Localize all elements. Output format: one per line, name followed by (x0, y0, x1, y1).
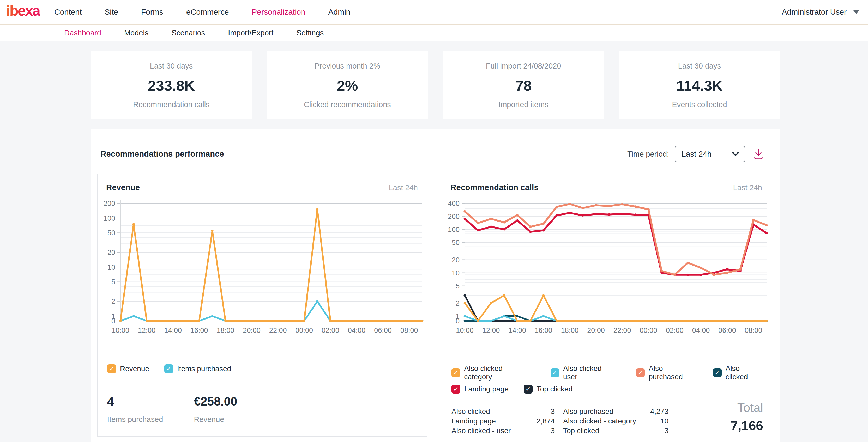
legend-label: Top clicked (536, 385, 573, 393)
chevron-down-icon (854, 10, 859, 14)
kpi-card-imported-items: Full import 24/08/2020 78 Imported items (443, 51, 604, 120)
nav-item-forms[interactable]: Forms (141, 7, 163, 16)
stat-revenue: €258.00 Revenue (194, 394, 237, 424)
section-title: Recommendations performance (100, 149, 224, 159)
download-button[interactable] (752, 148, 765, 160)
svg-text:20:00: 20:00 (587, 327, 605, 334)
tab-settings[interactable]: Settings (296, 29, 324, 37)
row-label: Top clicked (563, 427, 646, 435)
svg-text:12:00: 12:00 (482, 327, 500, 334)
row-value: 3 (529, 427, 555, 435)
checkbox-checked-icon: ✓ (524, 385, 533, 394)
legend-label: Items purchased (177, 365, 231, 373)
svg-text:14:00: 14:00 (164, 327, 182, 334)
table-row: Landing page 2,874 Also clicked - catego… (452, 416, 669, 426)
checkbox-checked-icon: ✓ (551, 368, 559, 377)
nav-item-personalization[interactable]: Personalization (252, 7, 305, 16)
svg-text:22:00: 22:00 (614, 327, 631, 334)
nav-item-admin[interactable]: Admin (328, 7, 350, 16)
checkbox-checked-icon: ✓ (713, 368, 722, 377)
legend-item-landing-page[interactable]: ✓ Landing page (452, 385, 508, 394)
svg-text:10: 10 (452, 269, 460, 277)
svg-text:14:00: 14:00 (508, 327, 526, 334)
panel-period: Last 24h (389, 183, 418, 192)
personalization-subnav: Dashboard Models Scenarios Import/Export… (0, 24, 868, 41)
tab-dashboard[interactable]: Dashboard (64, 29, 101, 37)
kpi-card-recommendation-calls: Last 30 days 233.8K Recommendation calls (91, 51, 252, 120)
legend-label: Also purchased (649, 364, 698, 381)
total-label: Total (731, 400, 763, 415)
revenue-panel: Revenue Last 24h 200100502010521010:0012… (97, 174, 427, 437)
svg-text:400: 400 (448, 200, 460, 207)
user-menu[interactable]: Administrator User (782, 7, 859, 16)
svg-text:16:00: 16:00 (190, 327, 208, 334)
legend-label: Also clicked - user (563, 364, 621, 381)
panel-period: Last 24h (733, 183, 762, 192)
panel-title: Recommendation calls (451, 183, 538, 192)
svg-text:18:00: 18:00 (561, 327, 579, 334)
svg-text:50: 50 (452, 239, 460, 246)
tab-scenarios[interactable]: Scenarios (172, 29, 205, 37)
svg-text:04:00: 04:00 (348, 327, 366, 334)
chevron-down-icon (732, 151, 739, 157)
kpi-label: Imported items (498, 100, 549, 109)
row-value: 4,273 (646, 407, 669, 416)
download-icon (752, 148, 765, 160)
svg-text:50: 50 (107, 229, 115, 237)
legend-label: Landing page (464, 385, 508, 393)
tab-models[interactable]: Models (124, 29, 149, 37)
user-name: Administrator User (782, 7, 847, 16)
table-row: Also clicked - user 3 Top clicked 3 (452, 426, 669, 436)
time-period-select[interactable]: Last 24h (675, 146, 745, 162)
svg-text:02:00: 02:00 (321, 327, 339, 334)
svg-text:22:00: 22:00 (269, 327, 287, 334)
nav-item-content[interactable]: Content (54, 7, 82, 16)
nav-item-site[interactable]: Site (104, 7, 118, 16)
svg-text:10: 10 (107, 264, 115, 271)
legend-item-also-clicked-user[interactable]: ✓ Also clicked - user (551, 364, 621, 381)
svg-text:16:00: 16:00 (535, 327, 552, 334)
stat-label: Items purchased (107, 415, 163, 424)
tab-import-export[interactable]: Import/Export (228, 29, 273, 37)
kpi-value: 78 (516, 77, 531, 94)
kpi-period: Previous month 2% (314, 62, 380, 70)
svg-text:08:00: 08:00 (745, 327, 763, 334)
svg-text:00:00: 00:00 (295, 327, 313, 334)
stat-value: €258.00 (194, 394, 237, 408)
svg-text:200: 200 (448, 213, 460, 220)
revenue-legend: ✓ Revenue ✓ Items purchased (107, 364, 419, 373)
ibexa-logo[interactable]: ibexa (6, 3, 40, 21)
kpi-card-clicked-recommendations: Previous month 2% 2% Clicked recommendat… (267, 51, 428, 120)
kpi-label: Recommendation calls (133, 100, 210, 109)
stat-items-purchased: 4 Items purchased (107, 394, 163, 424)
legend-item-items-purchased[interactable]: ✓ Items purchased (164, 364, 231, 373)
kpi-period: Full import 24/08/2020 (486, 62, 561, 70)
row-value: 3 (529, 407, 555, 416)
svg-text:5: 5 (112, 278, 115, 286)
svg-text:12:00: 12:00 (138, 327, 156, 334)
time-period-label: Time period: (627, 150, 669, 159)
legend-item-also-clicked-category[interactable]: ✓ Also clicked - category (452, 364, 535, 381)
panel-header: Revenue Last 24h (98, 174, 427, 192)
checkbox-checked-icon: ✓ (164, 364, 173, 373)
row-label: Also clicked - category (563, 417, 646, 425)
stat-value: 4 (107, 394, 163, 408)
panel-title: Revenue (106, 183, 140, 192)
legend-item-revenue[interactable]: ✓ Revenue (107, 364, 149, 373)
recommendations-performance-section: Recommendations performance Time period:… (91, 129, 780, 442)
legend-item-top-clicked[interactable]: ✓ Top clicked (524, 385, 573, 394)
section-controls: Time period: Last 24h (627, 146, 765, 162)
legend-item-also-clicked[interactable]: ✓ Also clicked (713, 364, 763, 381)
legend-label: Also clicked - category (464, 364, 535, 381)
svg-text:100: 100 (448, 226, 460, 234)
kpi-label: Events collected (672, 100, 727, 109)
nav-item-ecommerce[interactable]: eCommerce (186, 7, 229, 16)
kpi-period: Last 30 days (678, 62, 721, 70)
calls-breakdown-table: Also clicked 3 Also purchased 4,273 Land… (452, 407, 669, 436)
svg-text:100: 100 (103, 214, 115, 222)
kpi-value: 2% (337, 77, 358, 94)
stat-label: Revenue (194, 415, 237, 424)
svg-text:20:00: 20:00 (243, 327, 260, 334)
legend-item-also-purchased[interactable]: ✓ Also purchased (636, 364, 698, 381)
svg-text:2: 2 (456, 300, 460, 307)
